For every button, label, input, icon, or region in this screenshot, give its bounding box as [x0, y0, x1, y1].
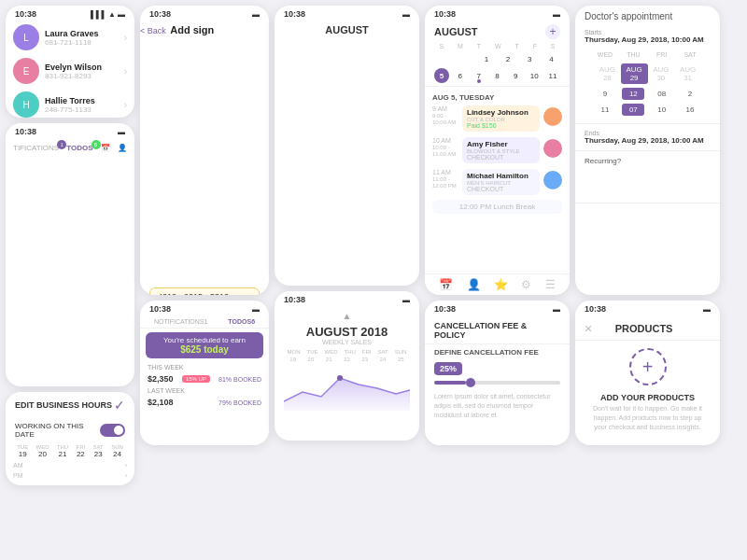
- cal-cell-selected[interactable]: 12: [622, 88, 644, 100]
- client-avatar: [543, 107, 562, 126]
- chevron-down-icon[interactable]: ›: [125, 462, 127, 469]
- define-label: DEFINE CANCELLATION FEE: [425, 344, 570, 358]
- tab-todos[interactable]: TODOS 6: [63, 142, 96, 386]
- chart-month: AUGUST 2018: [284, 325, 410, 339]
- nav-star-icon[interactable]: ⭐: [494, 278, 508, 291]
- battery-icon: ▬: [118, 128, 125, 136]
- status-icons: ▌▌▌ ▲ ▬: [91, 10, 125, 19]
- client-avatar: [543, 139, 562, 158]
- add-appointment-button[interactable]: +: [545, 24, 560, 39]
- cal-day-selected[interactable]: 5: [434, 68, 449, 83]
- tab-todos[interactable]: TODOS6: [228, 318, 255, 325]
- date-labels: 19 20 21 22 23 24 25: [284, 357, 410, 362]
- cal-cell-aug29[interactable]: AUG 29: [621, 63, 648, 84]
- tab-notifications[interactable]: NOTIFICATIONS1: [154, 318, 207, 325]
- slider-thumb[interactable]: [466, 378, 475, 387]
- cal-day: [458, 51, 472, 66]
- pm-label: PM: [13, 472, 23, 479]
- day-thu: THU: [345, 349, 356, 355]
- fee-slider[interactable]: [434, 381, 560, 385]
- cal-cell[interactable]: 08: [651, 88, 673, 100]
- chart-area: [284, 364, 410, 411]
- contact-item[interactable]: L Laura Graves 681-721-1118 ›: [6, 21, 134, 54]
- cal-cell[interactable]: 2: [679, 88, 701, 100]
- status-bar: 10:38 ▌▌▌ ▲ ▬: [6, 6, 134, 21]
- working-row: WORKING ON THIS DATE: [6, 418, 134, 442]
- cal-cell[interactable]: 16: [679, 104, 701, 116]
- cal-cell-aug31: AUG 31: [674, 63, 701, 84]
- status-icons: ▬: [703, 305, 711, 314]
- notifications-card: 10:38 ▬ TIFICATIONS 1 TODOS 6 📅 👤 ☰ TUE2…: [6, 123, 134, 386]
- col-header-wed: WED: [594, 49, 616, 60]
- toggle-switch[interactable]: [100, 424, 125, 437]
- battery-icon: ▬: [553, 10, 560, 19]
- biz-check-icon[interactable]: ✓: [114, 398, 125, 413]
- slot-time: 10 AM10:00 - 11:00 AM: [432, 137, 458, 157]
- products-title: PRODUCTS: [615, 323, 673, 334]
- earn-text: You're scheduled to earn: [163, 336, 246, 344]
- wifi-icon: ▲: [108, 10, 116, 19]
- add-product-button[interactable]: +: [629, 348, 667, 385]
- starts-value: Thursday, Aug 29, 2018, 10:00 AM: [585, 35, 711, 44]
- tab-label: TIFICATIONS: [13, 144, 59, 152]
- cal-grid-row1: AUG 28 AUG 29 AUG 30 AUG 31: [585, 62, 711, 86]
- cal-day: 2: [500, 51, 515, 66]
- status-bar: 10:38 ▬: [140, 301, 269, 315]
- nav-settings-icon[interactable]: ⚙: [521, 278, 531, 291]
- contact-item[interactable]: H Hallie Torres 248-775-1133 ›: [6, 88, 134, 118]
- cal-grid-row3: 11 07 10 16: [585, 102, 711, 118]
- status-icons: ▬: [118, 128, 125, 136]
- cal-cell[interactable]: 11: [594, 104, 616, 116]
- plus-icon: +: [642, 357, 654, 378]
- battery-icon: ▬: [252, 10, 260, 19]
- slot-time: 11 AM11:00 - 12:00 PM: [432, 169, 458, 189]
- client-name: Michael Hamilton: [467, 172, 535, 180]
- business-hours-card: EDIT BUSINESS HOURS ✓ WORKING ON THIS DA…: [6, 392, 134, 485]
- back-button[interactable]: < Back: [140, 26, 166, 35]
- arrow-right-icon: ›: [124, 100, 127, 110]
- status-bar: 10:38 ▬: [275, 6, 419, 21]
- close-button[interactable]: ×: [585, 321, 592, 336]
- chevron-down-icon[interactable]: ›: [125, 472, 127, 479]
- nav-menu-icon[interactable]: ☰: [545, 278, 556, 291]
- contact-item[interactable]: E Evelyn Wilson 831-921-8293 ›: [6, 54, 134, 88]
- col-header-thu: THU: [622, 49, 644, 60]
- tab-notifications[interactable]: TIFICATIONS 1: [9, 142, 63, 386]
- status-icons: ▬: [402, 10, 410, 19]
- working-label: WORKING ON THIS DATE: [15, 422, 100, 439]
- status-bar: 10:38 ▬: [140, 6, 269, 21]
- booked-badge: 15% UP: [182, 375, 210, 383]
- battery-icon: ▬: [553, 305, 560, 314]
- status-icons: ▬: [553, 10, 560, 19]
- sales-chart-svg: [284, 364, 410, 411]
- signal-icon: ▌▌▌: [91, 10, 106, 19]
- calendar-grid: WED THU FRI SAT AUG 28 AUG 29 AUG 30 AUG…: [585, 48, 711, 118]
- this-week-val: $2,350: [148, 374, 174, 384]
- status-bar: 10:38 ▬: [425, 301, 570, 315]
- day-t2: T: [514, 43, 518, 49]
- nav-person-icon[interactable]: 👤: [467, 278, 481, 291]
- tab-calendar[interactable]: 📅: [97, 142, 114, 386]
- tab-settings[interactable]: ☰: [131, 142, 135, 386]
- svg-marker-0: [284, 378, 410, 411]
- day-label: AUG 5, TUESDAY: [425, 90, 570, 104]
- arrow-right-icon: ›: [124, 66, 127, 77]
- day-sun: SUN: [395, 349, 407, 355]
- tab-person[interactable]: 👤: [114, 142, 131, 386]
- contact-info: Evelyn Wilson 831-921-8293: [45, 63, 119, 80]
- cal-cell[interactable]: 9: [594, 88, 616, 100]
- tab-label: TODOS: [66, 144, 92, 152]
- status-icons: ▬: [402, 296, 410, 304]
- battery-icon: ▬: [703, 305, 711, 314]
- am-label: AM: [13, 462, 23, 469]
- starts-section: Starts Thursday, Aug 29, 2018, 10:00 AM: [585, 29, 711, 44]
- contact-info: Hallie Torres 248-775-1133: [45, 96, 119, 114]
- paid-status: Paid $150: [467, 122, 535, 129]
- cal-cell[interactable]: 10: [651, 104, 673, 116]
- apt-title: Doctor's appointment: [575, 6, 720, 25]
- day-s2: S: [551, 43, 556, 49]
- cancellation-header: CANCELLATION FEE & POLICY: [425, 315, 570, 344]
- nav-arrow-up[interactable]: ▲: [284, 306, 410, 323]
- cal-cell-selected[interactable]: 07: [622, 104, 644, 116]
- nav-calendar-icon[interactable]: 📅: [439, 278, 453, 291]
